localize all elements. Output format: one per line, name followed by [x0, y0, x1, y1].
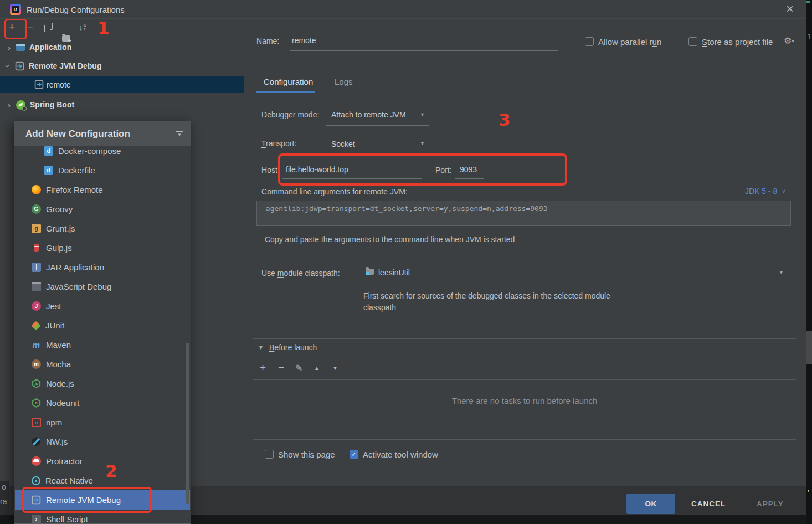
popup-item-javascript-debug[interactable]: JavaScript Debug — [15, 277, 190, 296]
protractor-icon — [32, 456, 41, 466]
intellij-logo-icon: IJ — [10, 4, 21, 15]
store-as-project-file-checkbox[interactable] — [688, 37, 697, 46]
remote-jvm-debug-icon — [15, 61, 24, 71]
apply-button[interactable]: APPLY — [757, 500, 784, 508]
close-icon[interactable]: × — [786, 3, 794, 14]
popup-item-protractor[interactable]: Protractor — [15, 451, 190, 471]
transport-select[interactable]: Socket — [331, 140, 355, 148]
popup-item-gulp[interactable]: Gulp.js — [15, 238, 190, 258]
module-classpath-select[interactable]: leesinUtil — [378, 268, 410, 277]
background-gutter-mark — [806, 1, 810, 3]
before-launch-label: Before launch — [269, 343, 317, 352]
spring-boot-icon — [16, 100, 25, 110]
ok-button[interactable]: OK — [626, 494, 675, 514]
background-editor-strip: 1 , — [806, 0, 812, 524]
debugger-mode-label: Debugger mode: — [261, 110, 319, 119]
gulp-icon — [34, 244, 39, 252]
popup-item-jar-application[interactable]: JAR Application — [15, 258, 190, 277]
nodejs-icon — [32, 379, 41, 388]
react-icon — [32, 476, 40, 485]
before-launch-panel: There are no tasks to run before launch — [253, 358, 796, 440]
command-line-arguments-field[interactable]: -agentlib:jdwp=transport=dt_socket,serve… — [256, 201, 791, 226]
docker-icon — [44, 146, 53, 156]
move-down-icon[interactable] — [332, 365, 338, 371]
command-line-hint: Copy and paste the arguments to the comm… — [265, 235, 515, 244]
nodeunit-icon — [32, 398, 41, 408]
collapse-triangle-icon[interactable] — [258, 345, 264, 351]
docker-icon — [44, 166, 53, 175]
groovy-icon — [32, 204, 41, 214]
jar-icon — [32, 263, 41, 272]
annotation-box-remote-jvm-debug — [22, 487, 152, 513]
chevron-down-icon[interactable]: ˅ — [782, 188, 785, 194]
npm-icon — [32, 418, 41, 427]
name-input[interactable]: remote — [292, 36, 316, 45]
collapse-icon[interactable] — [176, 131, 183, 137]
sort-configurations-icon[interactable] — [79, 23, 86, 32]
chevron-down-icon[interactable] — [3, 65, 13, 68]
remove-task-button[interactable] — [278, 362, 284, 374]
name-label: Name: — [256, 37, 279, 45]
popup-item-mocha[interactable]: Mocha — [15, 355, 190, 374]
annotation-box-host-port — [278, 153, 567, 186]
background-line-number: 1 — [807, 32, 811, 41]
chevron-right-icon[interactable] — [8, 43, 11, 52]
chevron-down-icon[interactable] — [779, 270, 784, 275]
popup-item-junit[interactable]: JUnit — [15, 316, 190, 335]
popup-item-nodejs[interactable]: Node.js — [15, 374, 190, 393]
background-text-fragments: o ra — [0, 481, 9, 515]
background-scrollbar-thumb — [806, 331, 812, 364]
popup-item-jest[interactable]: Jest — [15, 296, 190, 316]
annotation-number-1: 1 — [97, 18, 110, 38]
annotation-box-add-button — [4, 19, 27, 39]
host-label: Host: — [261, 166, 280, 174]
allow-parallel-run-checkbox[interactable] — [585, 37, 594, 46]
allow-parallel-run-label: Allow parallel run — [598, 37, 661, 47]
nwjs-icon — [32, 437, 41, 446]
popup-item-nwjs[interactable]: NW.js — [15, 432, 190, 451]
tab-configuration[interactable]: Configuration — [264, 77, 313, 86]
popup-item-groovy[interactable]: Groovy — [15, 199, 190, 219]
activate-tool-window-checkbox[interactable] — [350, 450, 358, 459]
popup-scrollbar[interactable] — [186, 343, 189, 504]
command-line-arguments-label: Command line arguments for remote JVM: — [261, 187, 408, 196]
cancel-button[interactable]: CANCEL — [691, 500, 726, 508]
edit-task-icon[interactable] — [295, 363, 302, 373]
popup-item-maven[interactable]: Maven — [15, 335, 190, 355]
junit-icon — [32, 321, 41, 330]
store-as-project-file-label: Store as project file — [702, 37, 773, 47]
tab-logs[interactable]: Logs — [335, 77, 353, 86]
popup-item-dockerfile[interactable]: Dockerfile — [15, 161, 190, 180]
tree-row-remote-selected[interactable]: remote — [0, 76, 244, 93]
tree-row-remote-jvm-debug[interactable]: Remote JVM Debug — [0, 58, 244, 74]
chevron-down-icon[interactable] — [420, 112, 425, 117]
popup-title: Add New Configuration — [25, 129, 130, 140]
transport-label: Transport: — [261, 139, 296, 148]
debugger-mode-select[interactable]: Attach to remote JVM — [331, 110, 406, 119]
tree-row-spring-boot[interactable]: Spring Boot — [0, 96, 244, 113]
gear-icon[interactable] — [784, 35, 794, 46]
jdk-version-dropdown[interactable]: JDK 5 - 8 — [745, 187, 777, 196]
activate-tool-window-label: Activate tool window — [363, 450, 438, 459]
popup-item-nodeunit[interactable]: Nodeunit — [15, 393, 190, 413]
popup-item-grunt[interactable]: Grunt.js — [15, 219, 190, 238]
remove-configuration-button[interactable] — [27, 22, 33, 32]
maven-icon — [32, 340, 41, 350]
popup-header: Add New Configuration — [14, 121, 191, 146]
annotation-number-2: 2 — [105, 461, 117, 481]
copy-configuration-icon[interactable] — [44, 23, 53, 32]
jest-icon — [32, 301, 41, 311]
move-up-icon[interactable] — [314, 365, 320, 371]
tree-row-application[interactable]: Application — [0, 39, 244, 55]
show-this-page-checkbox[interactable] — [265, 450, 274, 459]
grunt-icon — [32, 224, 41, 233]
popup-item-npm[interactable]: npm — [15, 413, 190, 432]
remote-jvm-debug-icon — [34, 80, 44, 89]
chevron-down-icon[interactable] — [420, 141, 425, 146]
module-folder-icon — [366, 269, 374, 275]
use-module-classpath-label: Use module classpath: — [261, 269, 340, 278]
add-task-button[interactable] — [260, 362, 266, 374]
popup-item-firefox-remote[interactable]: Firefox Remote — [15, 180, 190, 199]
shell-script-icon — [32, 515, 41, 524]
chevron-right-icon[interactable] — [8, 100, 11, 110]
